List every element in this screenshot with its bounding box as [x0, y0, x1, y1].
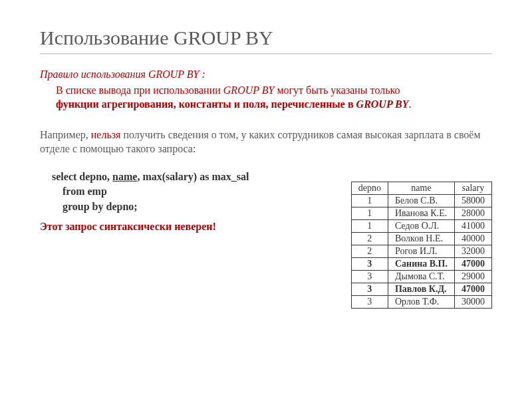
error-note: Этот запрос синтаксически неверен! [40, 221, 338, 233]
cell-name: Орлов Т.Ф. [388, 295, 454, 308]
cell-depno: 1 [351, 219, 388, 232]
table-row: 2Рогов И.Л.32000 [351, 245, 491, 257]
cell-salary: 47000 [455, 257, 492, 270]
slide: Использование GROUP BY Правило использов… [0, 0, 532, 399]
example-paragraph: Например, нельзя получить сведения о том… [40, 128, 492, 156]
cell-name: Седов О.Л. [388, 219, 454, 232]
rule-label: Правило использования GROUP BY : [40, 68, 205, 80]
cell-name: Иванова К.Е. [388, 207, 454, 219]
cell-salary: 30000 [455, 295, 492, 308]
cell-depno: 1 [351, 194, 388, 207]
rule-block: Правило использования GROUP BY : В списк… [40, 67, 492, 112]
th-name: name [388, 182, 454, 194]
rule-line1-pre: В списке вывода при использовании [56, 84, 223, 96]
table-row: 1Иванова К.Е.28000 [351, 207, 491, 219]
cell-depno: 2 [351, 245, 388, 257]
cell-name: Санина В.П. [388, 257, 454, 270]
table-row: 3Санина В.П.47000 [351, 257, 491, 270]
left-column: select depno, name, max(salary) as max_s… [40, 166, 338, 233]
cell-name: Дымова С.Т. [388, 270, 454, 283]
content-row: select depno, name, max(salary) as max_s… [40, 166, 492, 309]
page-title: Использование GROUP BY [40, 27, 492, 54]
table-row: 3Орлов Т.Ф.30000 [351, 295, 491, 308]
rule-line2-pre: функции агрегирования, константы и поля,… [56, 98, 356, 110]
para-nel: нельзя [91, 129, 121, 140]
cell-salary: 32000 [455, 245, 492, 257]
cell-name: Павлов К.Д. [388, 283, 454, 295]
table-row: 1Белов С.В.58000 [351, 194, 491, 207]
rule-line1-gb: GROUP BY [223, 84, 275, 96]
cell-salary: 29000 [455, 270, 492, 283]
cell-depno: 3 [351, 283, 388, 295]
cell-name: Волков Н.Е. [388, 232, 454, 245]
cell-salary: 58000 [455, 194, 492, 207]
cell-depno: 3 [351, 257, 388, 270]
rule-text: В списке вывода при использовании GROUP … [56, 83, 492, 112]
table-row: 2Волков Н.Е.40000 [351, 232, 491, 245]
cell-name: Белов С.В. [388, 194, 454, 207]
emp-table-wrap: depno name salary 1Белов С.В.580001Ивано… [351, 182, 492, 309]
table-row: 3Павлов К.Д.47000 [351, 283, 491, 295]
cell-name: Рогов И.Л. [388, 245, 454, 257]
para-pre: Например, [40, 129, 91, 140]
rule-line2-gb: GROUP BY [356, 98, 409, 110]
code-l2: from emp [63, 186, 107, 197]
th-salary: salary [455, 182, 492, 194]
cell-depno: 3 [351, 270, 388, 283]
cell-depno: 3 [351, 295, 388, 308]
cell-salary: 47000 [455, 283, 492, 295]
rule-line2-post: . [409, 98, 412, 110]
cell-depno: 1 [351, 207, 388, 219]
code-l1a: select depno, [52, 171, 112, 182]
code-l3: group by depno; [63, 201, 138, 212]
sql-code: select depno, name, max(salary) as max_s… [52, 170, 338, 214]
code-l1c: , max(salary) as max_sal [137, 171, 249, 182]
th-depno: depno [351, 182, 388, 194]
emp-table: depno name salary 1Белов С.В.580001Ивано… [351, 182, 492, 309]
rule-line1-post: могут быть указаны только [274, 84, 400, 96]
cell-salary: 28000 [455, 207, 492, 219]
table-header-row: depno name salary [351, 182, 491, 194]
table-body: 1Белов С.В.580001Иванова К.Е.280001Седов… [351, 194, 491, 308]
code-l1b: name [112, 171, 137, 182]
cell-depno: 2 [351, 232, 388, 245]
cell-salary: 40000 [455, 232, 492, 245]
table-row: 3Дымова С.Т.29000 [351, 270, 491, 283]
cell-salary: 41000 [455, 219, 492, 232]
table-row: 1Седов О.Л.41000 [351, 219, 491, 232]
